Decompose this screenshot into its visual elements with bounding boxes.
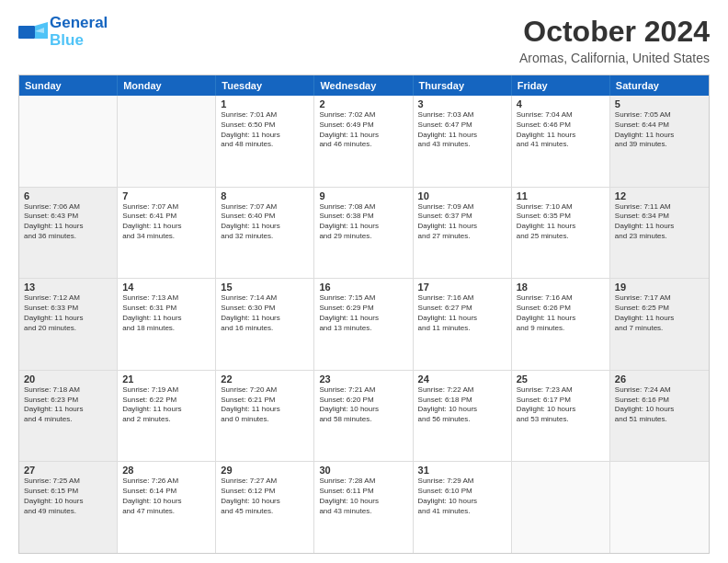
cell-line: Sunrise: 7:13 AM: [122, 293, 210, 304]
cell-line: and 2 minutes.: [122, 415, 210, 425]
cell-line: Sunset: 6:49 PM: [319, 121, 407, 131]
week-row-1: 1Sunrise: 7:01 AMSunset: 6:50 PMDaylight…: [19, 96, 709, 188]
cell-line: Daylight: 10 hours: [319, 405, 407, 415]
cell-line: Sunrise: 7:21 AM: [319, 385, 407, 396]
page: General Blue October 2024 Aromas, Califo…: [0, 0, 728, 563]
cal-cell: 13Sunrise: 7:12 AMSunset: 6:33 PMDayligh…: [19, 279, 118, 370]
cell-line: Sunset: 6:47 PM: [418, 121, 506, 131]
cell-line: Daylight: 11 hours: [122, 222, 210, 232]
cal-cell: 10Sunrise: 7:09 AMSunset: 6:37 PMDayligh…: [414, 188, 512, 279]
cell-line: and 53 minutes.: [517, 415, 605, 425]
day-number: 13: [24, 282, 112, 293]
cell-line: Sunrise: 7:19 AM: [122, 385, 210, 396]
day-of-week-tuesday: Tuesday: [216, 75, 314, 96]
cal-cell: 24Sunrise: 7:22 AMSunset: 6:18 PMDayligh…: [414, 371, 512, 462]
cell-line: Daylight: 10 hours: [221, 497, 309, 507]
logo: General Blue: [18, 15, 108, 49]
cell-line: Daylight: 11 hours: [221, 131, 309, 141]
calendar-header: SundayMondayTuesdayWednesdayThursdayFrid…: [19, 75, 709, 96]
day-number: 12: [615, 190, 704, 201]
cal-cell: 1Sunrise: 7:01 AMSunset: 6:50 PMDaylight…: [216, 96, 314, 187]
day-number: 6: [24, 190, 112, 201]
cal-cell: 5Sunrise: 7:05 AMSunset: 6:44 PMDaylight…: [610, 96, 709, 187]
cell-line: Daylight: 11 hours: [615, 222, 704, 232]
location: Aromas, California, United States: [519, 51, 710, 65]
cell-line: and 51 minutes.: [615, 415, 704, 425]
cell-line: and 47 minutes.: [122, 507, 210, 517]
cell-line: Daylight: 11 hours: [517, 222, 605, 232]
day-number: 16: [319, 282, 407, 293]
cell-line: Sunrise: 7:04 AM: [517, 110, 605, 121]
day-number: 21: [122, 373, 210, 385]
cal-cell: 8Sunrise: 7:07 AMSunset: 6:40 PMDaylight…: [216, 188, 314, 279]
day-number: 8: [221, 190, 309, 201]
cell-line: Sunrise: 7:18 AM: [24, 385, 112, 396]
cal-cell: 6Sunrise: 7:06 AMSunset: 6:43 PMDaylight…: [19, 188, 118, 279]
cell-line: Sunrise: 7:28 AM: [319, 477, 407, 487]
cell-line: Sunset: 6:12 PM: [221, 487, 309, 497]
cal-cell: 29Sunrise: 7:27 AMSunset: 6:12 PMDayligh…: [216, 462, 314, 553]
day-number: 11: [517, 190, 605, 201]
cell-line: Sunrise: 7:10 AM: [517, 202, 605, 213]
cell-line: Sunrise: 7:25 AM: [24, 477, 112, 487]
cal-cell: 16Sunrise: 7:15 AMSunset: 6:29 PMDayligh…: [314, 279, 413, 370]
cell-line: Sunset: 6:25 PM: [615, 304, 704, 314]
cal-cell: 23Sunrise: 7:21 AMSunset: 6:20 PMDayligh…: [314, 371, 413, 462]
cell-line: Sunset: 6:26 PM: [517, 304, 605, 314]
cell-line: Daylight: 10 hours: [615, 405, 704, 415]
logo-icon: [18, 22, 48, 42]
cell-line: Sunrise: 7:24 AM: [615, 385, 704, 396]
cal-cell: [512, 462, 610, 553]
cell-line: Daylight: 11 hours: [122, 314, 210, 324]
cell-line: Sunrise: 7:08 AM: [319, 202, 407, 213]
cell-line: Sunrise: 7:29 AM: [418, 477, 506, 487]
header: General Blue October 2024 Aromas, Califo…: [18, 15, 710, 65]
day-number: 24: [418, 373, 506, 385]
cell-line: and 20 minutes.: [24, 324, 112, 334]
day-number: 4: [517, 98, 605, 109]
cell-line: and 39 minutes.: [615, 140, 704, 150]
cell-line: Sunrise: 7:22 AM: [418, 385, 506, 396]
cell-line: and 29 minutes.: [319, 232, 407, 242]
cell-line: Sunset: 6:38 PM: [319, 212, 407, 222]
day-number: 7: [122, 190, 210, 201]
cal-cell: 19Sunrise: 7:17 AMSunset: 6:25 PMDayligh…: [610, 279, 709, 370]
cal-cell: 28Sunrise: 7:26 AMSunset: 6:14 PMDayligh…: [118, 462, 216, 553]
cell-line: Sunset: 6:35 PM: [517, 212, 605, 222]
cell-line: Sunrise: 7:09 AM: [418, 202, 506, 213]
day-number: 2: [319, 98, 407, 109]
week-row-3: 13Sunrise: 7:12 AMSunset: 6:33 PMDayligh…: [19, 279, 709, 371]
cell-line: Sunset: 6:11 PM: [319, 487, 407, 497]
cell-line: Sunrise: 7:14 AM: [221, 293, 309, 304]
cell-line: Sunset: 6:15 PM: [24, 487, 112, 497]
cell-line: Daylight: 11 hours: [615, 131, 704, 141]
cell-line: Daylight: 11 hours: [221, 222, 309, 232]
cell-line: Sunset: 6:37 PM: [418, 212, 506, 222]
title-area: October 2024 Aromas, California, United …: [519, 15, 710, 65]
cell-line: Sunset: 6:34 PM: [615, 212, 704, 222]
cal-cell: 18Sunrise: 7:16 AMSunset: 6:26 PMDayligh…: [512, 279, 610, 370]
day-number: 26: [615, 373, 704, 385]
day-number: 10: [418, 190, 506, 201]
cell-line: Sunrise: 7:26 AM: [122, 477, 210, 487]
day-number: 17: [418, 282, 506, 293]
day-number: 30: [319, 465, 407, 476]
day-number: 19: [615, 282, 704, 293]
cell-line: Daylight: 10 hours: [24, 497, 112, 507]
cell-line: Sunset: 6:29 PM: [319, 304, 407, 314]
cal-cell: [19, 96, 118, 187]
cell-line: Sunset: 6:40 PM: [221, 212, 309, 222]
cell-line: Sunrise: 7:11 AM: [615, 202, 704, 213]
cell-line: and 58 minutes.: [319, 415, 407, 425]
cell-line: Daylight: 10 hours: [517, 405, 605, 415]
day-number: 20: [24, 373, 112, 385]
cell-line: Sunset: 6:50 PM: [221, 121, 309, 131]
cell-line: and 18 minutes.: [122, 324, 210, 334]
cell-line: Sunset: 6:17 PM: [517, 396, 605, 406]
cell-line: Daylight: 11 hours: [221, 405, 309, 415]
cal-cell: 3Sunrise: 7:03 AMSunset: 6:47 PMDaylight…: [414, 96, 512, 187]
cal-cell: 11Sunrise: 7:10 AMSunset: 6:35 PMDayligh…: [512, 188, 610, 279]
cell-line: Sunrise: 7:03 AM: [418, 110, 506, 121]
cell-line: Sunrise: 7:16 AM: [418, 293, 506, 304]
cell-line: Sunrise: 7:06 AM: [24, 202, 112, 213]
